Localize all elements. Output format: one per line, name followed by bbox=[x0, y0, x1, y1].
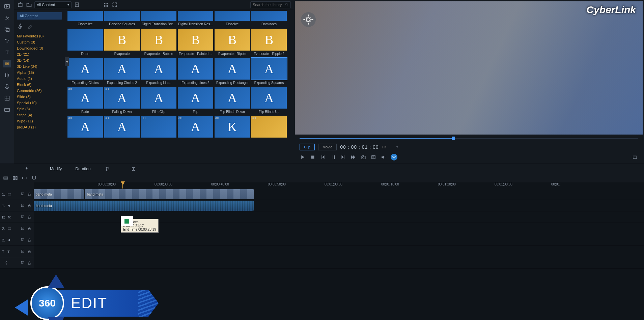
transition-item[interactable]: BEvaporate - Painted ... bbox=[178, 29, 213, 56]
nav-360-icon[interactable] bbox=[301, 12, 316, 27]
video-clip[interactable]: band-meta bbox=[34, 189, 84, 199]
transition-item[interactable]: 3DAFalling Down bbox=[104, 87, 140, 114]
track-lock-icon[interactable] bbox=[27, 226, 32, 231]
playhead[interactable] bbox=[121, 181, 125, 185]
link-icon[interactable] bbox=[22, 175, 28, 181]
folder-icon[interactable] bbox=[26, 1, 32, 8]
category-prodad[interactable]: proDAD (1) bbox=[17, 124, 62, 130]
undock-icon[interactable] bbox=[632, 154, 638, 160]
transition-item[interactable]: AExpanding Lines bbox=[141, 58, 176, 85]
category-audio[interactable]: Audio (2) bbox=[17, 76, 62, 82]
fit-label[interactable]: Fit bbox=[382, 145, 386, 149]
track-visible-icon[interactable]: ☑ bbox=[20, 192, 25, 197]
track-lock-icon[interactable] bbox=[27, 215, 32, 220]
transition-item[interactable]: BEvaporate - Bubble bbox=[141, 29, 176, 56]
transition-item[interactable]: BEvaporate - Ripple 2 bbox=[251, 29, 287, 56]
track-visible-icon[interactable]: ☑ bbox=[20, 203, 25, 208]
voiceover-icon[interactable] bbox=[3, 83, 11, 90]
track-visible-icon[interactable]: ☑ bbox=[20, 261, 25, 265]
step-back-icon[interactable] bbox=[330, 154, 336, 160]
track-lock-icon[interactable] bbox=[27, 261, 32, 265]
delete-icon[interactable] bbox=[104, 166, 110, 172]
snap-icon[interactable] bbox=[31, 175, 37, 181]
category-3d-like[interactable]: 3D-Like (34) bbox=[17, 63, 62, 69]
category-my-favorites[interactable]: My Favorites (0) bbox=[17, 33, 62, 39]
track-visible-icon[interactable]: ☑ bbox=[20, 226, 25, 231]
track-visible-icon[interactable]: ☑ bbox=[20, 249, 25, 254]
track-lock-icon[interactable] bbox=[27, 192, 32, 197]
slider-thumb[interactable] bbox=[452, 137, 455, 140]
transition-item[interactable]: 3DAFade bbox=[67, 87, 103, 114]
transition-item[interactable]: BEvaporate bbox=[104, 29, 140, 56]
transition-item[interactable]: Drain bbox=[67, 29, 103, 56]
view-expand-icon[interactable] bbox=[111, 1, 118, 8]
transition-item[interactable]: Digital Transition Bre... bbox=[141, 11, 176, 26]
particle-icon[interactable] bbox=[3, 37, 11, 45]
transition-item[interactable]: 3DA bbox=[67, 116, 103, 139]
duration-button[interactable]: Duration bbox=[75, 167, 90, 171]
transition-item[interactable]: AExpanding Circles 2 bbox=[104, 58, 140, 85]
dropdown-caret-icon[interactable]: ▾ bbox=[396, 145, 398, 149]
transition-item[interactable]: AFlip Blinds Down bbox=[215, 87, 250, 114]
timeline-ruler[interactable]: 00;00;20;0000;00;30;0000;00;40;0000;00;5… bbox=[67, 182, 644, 188]
eraser-icon[interactable] bbox=[26, 23, 33, 30]
track-visible-icon[interactable]: ☑ bbox=[20, 215, 25, 220]
preview-viewport[interactable]: CyberLink bbox=[295, 1, 643, 135]
fast-forward-icon[interactable] bbox=[350, 154, 356, 160]
movie-mode-button[interactable]: Movie bbox=[318, 144, 337, 150]
transition-item[interactable]: 3D bbox=[251, 116, 287, 139]
transition-item[interactable]: 3DA bbox=[178, 116, 213, 139]
transition-item[interactable]: AFilm Clip bbox=[141, 87, 176, 114]
import-icon[interactable] bbox=[17, 1, 24, 8]
category-custom[interactable]: Custom (0) bbox=[17, 39, 62, 45]
all-content-tag[interactable]: All Content bbox=[17, 12, 62, 20]
audio-clip[interactable]: band-meta bbox=[34, 201, 254, 211]
new-icon[interactable] bbox=[74, 1, 80, 8]
collapse-sidebar-icon[interactable]: ◀ bbox=[65, 57, 69, 66]
transition-icon[interactable] bbox=[3, 60, 11, 67]
category-2d[interactable]: 2D (21) bbox=[17, 51, 62, 57]
transition-item[interactable]: 3DK bbox=[215, 116, 250, 139]
track-lock-icon[interactable] bbox=[27, 203, 32, 208]
category-geometric[interactable]: Geometric (26) bbox=[17, 88, 62, 94]
transition-item[interactable]: AFlip bbox=[178, 87, 213, 114]
media-icon[interactable] bbox=[3, 3, 11, 10]
video-clip[interactable]: band-meta bbox=[85, 189, 254, 199]
category-block[interactable]: Block (6) bbox=[17, 82, 62, 88]
next-frame-icon[interactable] bbox=[340, 154, 346, 160]
track-header[interactable]: 1.☑ bbox=[0, 188, 34, 200]
transition-item[interactable]: BEvaporate - Ripple bbox=[215, 29, 250, 56]
search-icon[interactable] bbox=[285, 2, 288, 7]
view-grid-icon[interactable] bbox=[103, 1, 109, 8]
modify-button[interactable]: Modify bbox=[50, 167, 62, 171]
category-downloaded[interactable]: Downloaded (0) bbox=[17, 45, 62, 51]
subtitle-icon[interactable] bbox=[3, 106, 11, 113]
transition-item[interactable]: Digital Transition Res... bbox=[178, 11, 213, 26]
insert-icon[interactable] bbox=[131, 166, 137, 172]
transition-item[interactable]: AExpanding Circles bbox=[67, 58, 103, 85]
transition-item[interactable]: 3D bbox=[141, 116, 176, 139]
category-slide[interactable]: Slide (3) bbox=[17, 94, 62, 100]
track-lock-icon[interactable] bbox=[27, 249, 32, 254]
category-spin[interactable]: Spin (3) bbox=[17, 106, 62, 112]
pen-tool-icon[interactable] bbox=[17, 23, 24, 30]
category-stripe[interactable]: Stripe (4) bbox=[17, 112, 62, 118]
storyboard-view-icon[interactable] bbox=[12, 175, 18, 181]
audio-mix-icon[interactable] bbox=[3, 71, 11, 79]
snapshot-icon[interactable] bbox=[360, 154, 366, 160]
track-header[interactable]: 1.☑ bbox=[0, 200, 34, 211]
magic-icon[interactable] bbox=[24, 166, 30, 172]
preview-slider[interactable] bbox=[295, 135, 643, 142]
track-header[interactable]: TT☑ bbox=[0, 246, 34, 257]
transition-item[interactable]: AFlip Blinds Up bbox=[251, 87, 287, 114]
category-special[interactable]: Special (10) bbox=[17, 100, 62, 106]
title-icon[interactable]: T bbox=[3, 49, 11, 56]
category-alpha[interactable]: Alpha (15) bbox=[17, 69, 62, 76]
track-header[interactable]: ☑ bbox=[0, 257, 34, 269]
play-icon[interactable] bbox=[300, 154, 306, 160]
volume-icon[interactable] bbox=[381, 154, 387, 160]
360-icon[interactable]: 360 bbox=[391, 154, 397, 161]
prev-frame-icon[interactable] bbox=[320, 154, 326, 160]
timeline-view-icon[interactable] bbox=[3, 175, 9, 181]
track-header[interactable]: 2.☑ bbox=[0, 234, 34, 246]
